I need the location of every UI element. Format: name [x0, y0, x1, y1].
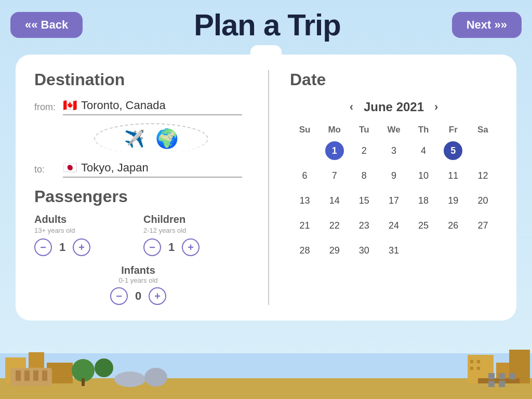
globe-icon: 🌍	[155, 128, 179, 150]
calendar-day[interactable]: 29	[320, 238, 349, 263]
svg-rect-10	[470, 360, 473, 363]
svg-point-6	[95, 358, 113, 377]
calendar-body: 1234567891011121314151718192021222324252…	[290, 138, 498, 263]
svg-point-25	[114, 371, 145, 387]
next-button[interactable]: Next »»	[452, 12, 522, 38]
calendar-day[interactable]: 26	[438, 213, 468, 238]
calendar-day[interactable]: 22	[320, 213, 349, 238]
weekday-th: Th	[409, 122, 438, 138]
weekday-sa: Sa	[468, 122, 498, 138]
weekday-we: We	[379, 122, 408, 138]
calendar-day[interactable]: 28	[290, 238, 320, 263]
to-label: to:	[34, 164, 58, 175]
calendar-day[interactable]: 11	[438, 163, 468, 188]
right-panel: Date ‹ June 2021 › Su Mo Tu We Th Fr Sa	[280, 70, 498, 305]
calendar-day[interactable]: 1	[320, 138, 349, 163]
adults-counter: − 1 +	[34, 238, 133, 256]
plane-icon: ✈️	[124, 129, 145, 149]
calendar-month-label: June 2021	[364, 100, 424, 114]
svg-rect-20	[10, 368, 52, 386]
adults-increment[interactable]: +	[73, 238, 90, 256]
left-panel: Destination from: 🇨🇦 Toronto, Canada ✈️ …	[34, 70, 258, 305]
calendar-day[interactable]: 8	[349, 163, 379, 188]
to-city: Tokyo, Japan	[81, 161, 149, 175]
from-flag: 🇨🇦	[63, 99, 77, 112]
calendar-day[interactable]: 27	[468, 213, 498, 238]
calendar-day[interactable]: 31	[379, 238, 408, 263]
weekday-mo: Mo	[320, 122, 349, 138]
children-increment[interactable]: +	[182, 238, 200, 256]
from-label: from:	[34, 102, 58, 113]
weekday-tu: Tu	[349, 122, 379, 138]
calendar-day[interactable]: 15	[349, 188, 379, 213]
calendar-day[interactable]: 21	[290, 213, 320, 238]
calendar-day[interactable]: 10	[409, 163, 438, 188]
calendar-week-0: 12345	[290, 138, 498, 163]
children-decrement[interactable]: −	[143, 238, 161, 256]
prev-month-button[interactable]: ‹	[350, 100, 353, 114]
to-input[interactable]: 🇯🇵 Tokyo, Japan	[63, 161, 242, 178]
adults-group: Adults 13+ years old − 1 +	[34, 214, 133, 256]
from-row: from: 🇨🇦 Toronto, Canada	[34, 99, 242, 115]
svg-rect-0	[0, 378, 532, 399]
calendar-week-3: 21222324252627	[290, 213, 498, 238]
svg-rect-1	[5, 357, 26, 383]
calendar-day	[290, 138, 320, 163]
children-label: Children	[143, 214, 242, 225]
svg-rect-16	[499, 373, 505, 379]
calendar-day[interactable]: 4	[409, 138, 438, 163]
destination-title: Destination	[34, 70, 242, 89]
svg-rect-18	[488, 381, 495, 387]
calendar-day[interactable]: 7	[320, 163, 349, 188]
svg-rect-3	[47, 363, 73, 383]
calendar-day[interactable]: 3	[379, 138, 408, 163]
calendar-day[interactable]: 17	[379, 188, 408, 213]
adults-decrement[interactable]: −	[34, 238, 52, 256]
calendar-day[interactable]: 30	[349, 238, 379, 263]
passengers-title: Passengers	[34, 187, 242, 206]
calendar-day[interactable]: 2	[349, 138, 379, 163]
main-card: Destination from: 🇨🇦 Toronto, Canada ✈️ …	[16, 55, 516, 321]
children-count: 1	[167, 241, 176, 254]
infants-decrement[interactable]: −	[110, 287, 128, 305]
flight-arc	[94, 123, 208, 154]
infants-sublabel: 0-1 years old	[118, 276, 157, 284]
date-title: Date	[290, 70, 498, 89]
passengers-grid: Adults 13+ years old − 1 + Children 2-12…	[34, 214, 242, 305]
calendar-day[interactable]: 18	[409, 188, 438, 213]
next-month-button[interactable]: ›	[434, 100, 438, 114]
calendar-header: ‹ June 2021 ›	[290, 100, 498, 114]
svg-rect-7	[468, 355, 494, 383]
calendar-day[interactable]: 19	[438, 188, 468, 213]
calendar-day[interactable]: 5	[438, 138, 468, 163]
calendar-day[interactable]: 9	[379, 163, 408, 188]
calendar-day[interactable]: 14	[320, 188, 349, 213]
calendar-day[interactable]: 25	[409, 213, 438, 238]
svg-rect-17	[509, 373, 515, 379]
svg-rect-5	[82, 378, 85, 386]
calendar-weekdays: Su Mo Tu We Th Fr Sa	[290, 122, 498, 138]
destination-section: Destination from: 🇨🇦 Toronto, Canada ✈️ …	[34, 70, 242, 178]
svg-rect-22	[24, 370, 30, 381]
calendar-day[interactable]: 12	[468, 163, 498, 188]
back-button[interactable]: «« Back	[10, 12, 83, 38]
calendar-day[interactable]: 6	[290, 163, 320, 188]
from-input[interactable]: 🇨🇦 Toronto, Canada	[63, 99, 242, 115]
calendar-week-1: 6789101112	[290, 163, 498, 188]
adults-label: Adults	[34, 214, 133, 225]
svg-point-4	[72, 359, 95, 382]
calendar-day[interactable]: 20	[468, 188, 498, 213]
infants-group: Infants 0-1 years old − 0 +	[34, 264, 242, 305]
flight-graphic: ✈️ 🌍	[60, 121, 242, 157]
calendar-day[interactable]: 24	[379, 213, 408, 238]
svg-rect-14	[478, 378, 520, 383]
infants-increment[interactable]: +	[149, 287, 166, 305]
calendar-week-4: 28293031	[290, 238, 498, 263]
calendar-day[interactable]: 23	[349, 213, 379, 238]
children-sublabel: 2-12 years old	[143, 227, 242, 234]
svg-rect-21	[16, 370, 21, 381]
calendar-day[interactable]: 13	[290, 188, 320, 213]
svg-rect-19	[499, 381, 505, 387]
infants-counter: − 0 +	[110, 287, 166, 305]
calendar-week-2: 13141517181920	[290, 188, 498, 213]
